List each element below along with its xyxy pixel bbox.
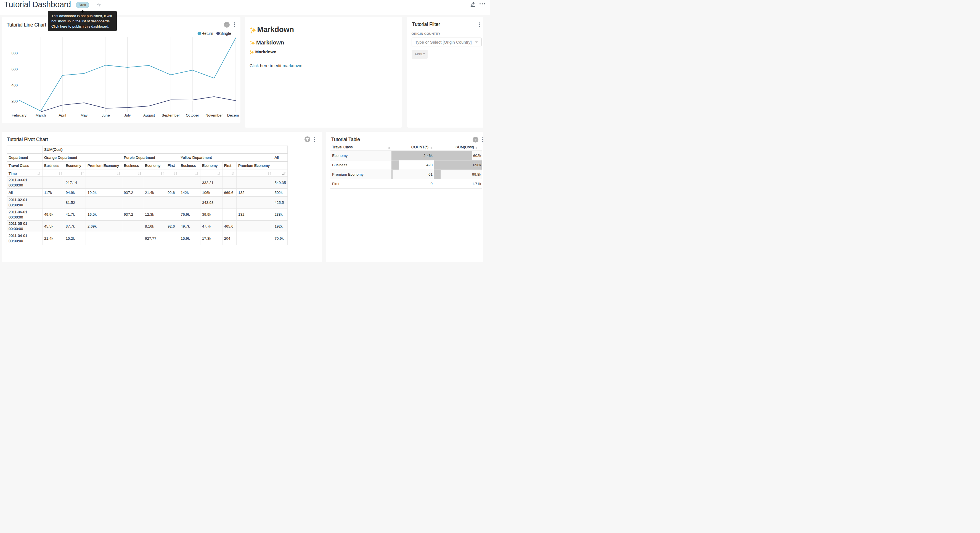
svg-text:April: April	[59, 113, 66, 117]
svg-text:September: September	[161, 113, 180, 117]
svg-text:October: October	[186, 113, 199, 117]
svg-text:March: March	[36, 113, 46, 117]
svg-text:May: May	[81, 113, 88, 117]
svg-text:November: November	[205, 113, 223, 117]
svg-text:Single: Single	[220, 31, 231, 36]
svg-text:August: August	[143, 113, 155, 117]
svg-text:December: December	[227, 113, 239, 117]
svg-text:600: 600	[11, 67, 18, 71]
svg-text:Return: Return	[202, 31, 213, 36]
svg-text:800: 800	[11, 51, 18, 55]
svg-text:200: 200	[11, 99, 18, 103]
svg-text:July: July	[124, 113, 130, 117]
svg-text:400: 400	[11, 83, 18, 87]
svg-text:February: February	[11, 113, 27, 117]
svg-text:June: June	[102, 113, 110, 117]
